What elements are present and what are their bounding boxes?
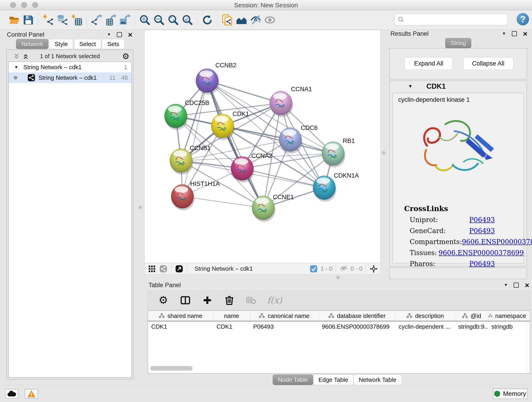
column-header-name[interactable]: name	[213, 311, 250, 321]
table-horizontal-scrollbar[interactable]	[150, 366, 193, 370]
control-panel-float-icon[interactable]	[117, 32, 122, 37]
edge-HIST1H1A-CCNE1[interactable]	[182, 196, 263, 208]
open-session-button[interactable]	[7, 13, 21, 27]
crosslink-link[interactable]: 9606.ENSP00000378699	[438, 249, 524, 257]
import-network-button[interactable]	[41, 13, 55, 27]
results-panel-menu-icon[interactable]: ▼	[502, 32, 506, 36]
hide-selected-button[interactable]	[249, 13, 263, 27]
hide-selected-icon	[250, 14, 261, 26]
memory-button[interactable]: Memory	[493, 389, 527, 399]
import-table-icon	[71, 14, 82, 26]
selected-checkbox-icon[interactable]	[309, 264, 318, 274]
tab-node-table[interactable]: Node Table	[273, 375, 313, 385]
table-panel-float-icon[interactable]	[514, 283, 519, 288]
network-from-selection-button[interactable]	[220, 13, 234, 27]
cloud-button[interactable]	[5, 389, 18, 399]
crosslink-link[interactable]: P06493	[469, 227, 495, 235]
toolbar-separator	[38, 13, 38, 27]
crosslink-link[interactable]: P06493	[469, 260, 495, 268]
column-header-canonical-name[interactable]: canonical name	[250, 311, 319, 321]
node-CCNB2[interactable]: CCNB2	[196, 62, 236, 95]
zoom-selected-button[interactable]	[180, 13, 195, 27]
right-splitter-handle[interactable]	[382, 151, 385, 154]
node-CDKN1A[interactable]: CDKN1A	[313, 172, 359, 202]
tab-sets[interactable]: Sets	[102, 39, 124, 49]
import-network-database-button[interactable]	[55, 13, 70, 27]
cell-name: CDK1	[213, 321, 250, 332]
expand-all-button[interactable]: Expand All	[405, 57, 453, 70]
network-row[interactable]: String Network – cdk1 11 48	[9, 72, 132, 83]
results-panel-float-icon[interactable]	[512, 31, 517, 36]
crosslink-link[interactable]: 9606.ENSP00000378699	[462, 238, 532, 246]
results-panel-close-icon[interactable]: ×	[523, 31, 527, 36]
node-table: shared namenamecanonical namedatabase id…	[148, 311, 530, 374]
node-CCNA1[interactable]: CCNA1	[270, 86, 312, 117]
export-table-button[interactable]	[104, 13, 118, 27]
gene-symbol: CDK1	[426, 82, 446, 90]
node-CCNE1[interactable]: CCNE1	[252, 194, 294, 222]
show-all-button[interactable]	[263, 13, 277, 27]
function-builder-icon: f(x)	[267, 295, 282, 305]
add-column-button[interactable]	[201, 294, 214, 306]
zoom-in-button[interactable]	[138, 13, 152, 27]
column-header-@id[interactable]: @id	[455, 311, 488, 321]
open-in-window-icon[interactable]	[175, 264, 184, 274]
table-panel-menu-icon[interactable]: ▼	[504, 283, 508, 287]
import-table-button[interactable]	[70, 13, 84, 27]
node-HIST1H1A[interactable]: HIST1H1A	[171, 180, 220, 211]
warnings-button[interactable]	[25, 389, 38, 399]
control-panel-menu-icon[interactable]: ▼	[107, 32, 111, 37]
hidden-eye-icon[interactable]	[339, 264, 348, 274]
refresh-button[interactable]	[200, 13, 215, 27]
tab-network-table[interactable]: Network Table	[354, 375, 402, 385]
column-header-namespace[interactable]: namespace	[488, 311, 526, 321]
network-collection-row[interactable]: ▼ String Network – cdk1 1	[9, 62, 132, 72]
column-header-shared-name[interactable]: shared name	[148, 311, 213, 321]
edge-CCNB2-HIST1H1A[interactable]	[182, 81, 207, 196]
gene-details: cyclin-dependent kinase 1 CrossLinks Uni…	[393, 93, 524, 263]
node-RB1[interactable]: RB1	[322, 138, 355, 167]
first-neighbors-button[interactable]	[234, 13, 249, 27]
crosslink-label: GeneCard:	[410, 227, 469, 235]
delete-table-button[interactable]	[245, 294, 258, 306]
table-row[interactable]: CDK1CDK1P064939606.ENSP00000378699cyclin…	[148, 321, 530, 332]
tab-select[interactable]: Select	[74, 39, 101, 49]
settings-button[interactable]: ⚙	[157, 294, 170, 306]
table-panel-close-icon[interactable]: ×	[525, 283, 529, 288]
search-input[interactable]	[404, 16, 500, 23]
left-splitter-handle[interactable]	[139, 206, 142, 209]
network-badge-icon[interactable]	[159, 264, 168, 274]
network-view-canvas[interactable]: CCNB2CCNA1CDC25BCDK1CDC6RB1CCNB1CCNA2CDK…	[144, 30, 381, 263]
export-network-button[interactable]	[89, 13, 104, 27]
tab-style[interactable]: Style	[49, 39, 73, 49]
node-CDC6[interactable]: CDC6	[279, 124, 318, 153]
export-image-button[interactable]	[118, 13, 132, 27]
network-options-gear-icon[interactable]: ⚙	[122, 51, 129, 61]
tab-network[interactable]: Network	[16, 39, 48, 49]
table-vertical-scrollbar[interactable]	[526, 321, 530, 374]
crosslink-link[interactable]: P06493	[469, 216, 495, 224]
column-header-database-identifier[interactable]: database identifier	[319, 311, 395, 321]
pan-move-icon[interactable]	[369, 264, 378, 274]
gene-expander-icon[interactable]: ▼	[408, 84, 413, 89]
birdseye-grid-icon[interactable]	[147, 264, 157, 274]
svg-text:⚙: ⚙	[158, 295, 168, 306]
tab-string[interactable]: String	[445, 38, 471, 48]
column-header-description[interactable]: description	[395, 311, 455, 321]
control-panel-close-icon[interactable]: ×	[128, 32, 133, 37]
edge-CCNB2-CCNE1[interactable]	[207, 81, 263, 208]
columns-button[interactable]	[179, 294, 191, 306]
shared-column-icon	[328, 313, 334, 319]
table-type-tabs: Node TableEdge TableNetwork Table	[273, 375, 402, 385]
edge-CCNA2-CDKN1A[interactable]	[242, 168, 324, 188]
help-button[interactable]: ?	[517, 13, 529, 26]
function-builder-button[interactable]: f(x)	[267, 294, 282, 306]
delete-column-button[interactable]	[223, 294, 235, 306]
collapse-all-button[interactable]: Collapse All	[463, 57, 513, 70]
tab-edge-table[interactable]: Edge Table	[313, 375, 354, 385]
horizontal-splitter-handle[interactable]	[336, 276, 340, 279]
save-session-button[interactable]	[21, 13, 35, 27]
tree-expander-icon[interactable]: ▼	[14, 65, 18, 70]
zoom-out-button[interactable]	[152, 13, 166, 27]
zoom-fit-button[interactable]	[166, 13, 180, 27]
